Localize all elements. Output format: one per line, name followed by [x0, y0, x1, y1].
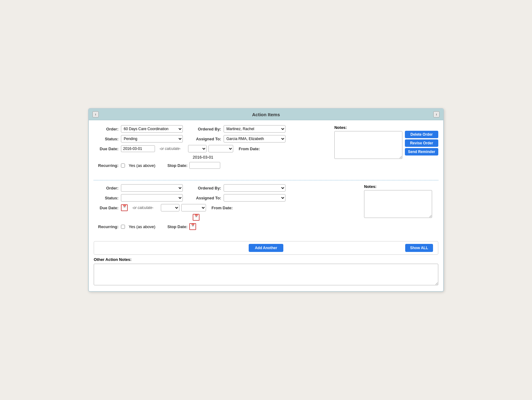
- yes-as-above-2: Yes (as above): [129, 224, 155, 229]
- notes-textarea-2[interactable]: [364, 190, 432, 218]
- from-date-select1-1[interactable]: [188, 145, 207, 152]
- from-date-calendar-icon-2[interactable]: 📅: [193, 214, 200, 221]
- recurring-label-2: Recurring:: [94, 224, 118, 229]
- assigned-to-label-2: Assigned To:: [190, 196, 221, 200]
- from-date-label-1: From Date:: [235, 147, 260, 151]
- order-select-2[interactable]: [121, 184, 183, 192]
- delete-order-button[interactable]: Delete Order: [405, 131, 438, 138]
- header-arrow-left[interactable]: ↑: [92, 111, 99, 117]
- stop-date-label-2: Stop Date:: [163, 224, 187, 229]
- due-date-calendar-icon-2[interactable]: 📅: [121, 204, 128, 211]
- from-date-value-1: 2016-03-01: [193, 155, 213, 160]
- send-reminder-button[interactable]: Send Reminder: [405, 148, 438, 155]
- recurring-checkbox-2[interactable]: [121, 225, 125, 229]
- order-row-2: Order: Ordered By:: [94, 184, 359, 192]
- due-date-row-2: Due Date: 📅 -or calculate- From Date:: [94, 204, 359, 211]
- due-date-label-1: Due Date:: [94, 147, 118, 151]
- order-select-1[interactable]: 60 Days Care Coordination: [121, 125, 183, 133]
- from-date-select2-2[interactable]: [181, 204, 206, 211]
- notes-area-2: Notes:: [364, 184, 438, 218]
- other-notes-section: Other Action Notes:: [94, 257, 438, 286]
- order-label-2: Order:: [94, 186, 118, 190]
- other-notes-label: Other Action Notes:: [94, 257, 438, 262]
- due-date-label-2: Due Date:: [94, 206, 118, 210]
- status-row-1: Status: Pending Assigned To: Garcia RMA,…: [94, 135, 329, 143]
- other-notes-textarea[interactable]: [94, 264, 438, 285]
- from-date-select1-2[interactable]: [161, 204, 179, 211]
- status-select-2[interactable]: [121, 194, 183, 202]
- notes-label-1: Notes:: [334, 125, 402, 130]
- panel-header: ↑ Action Items ↑: [89, 109, 443, 120]
- recurring-row-1: Recurring: Yes (as above) Stop Date:: [94, 162, 329, 169]
- ordered-by-select-2[interactable]: [224, 184, 285, 192]
- yes-as-above-1: Yes (as above): [129, 163, 155, 168]
- from-date-select2-1[interactable]: [208, 145, 233, 152]
- add-another-button[interactable]: Add Another: [249, 244, 283, 252]
- or-calc-1: -or calculate-: [159, 147, 181, 151]
- stop-date-calendar-icon-2[interactable]: 📅: [189, 223, 196, 230]
- bottom-bar: Add Another Show ALL: [94, 241, 438, 255]
- stop-date-label-1: Stop Date:: [163, 163, 187, 168]
- assigned-to-select-2[interactable]: [224, 194, 285, 202]
- order-label-1: Order:: [94, 127, 118, 131]
- assigned-to-label-1: Assigned To:: [190, 137, 221, 141]
- or-calc-2: -or calculate-: [132, 206, 153, 210]
- page-wrapper: ↑ Action Items ↑ Order: 60 Days Care Coo…: [80, 108, 452, 292]
- status-label-2: Status:: [94, 196, 118, 200]
- assigned-to-select-1[interactable]: Garcia RMA, Elizabeth: [224, 135, 285, 143]
- panel-body: Order: 60 Days Care Coordination Ordered…: [89, 120, 443, 291]
- action-item-1: Order: 60 Days Care Coordination Ordered…: [94, 125, 438, 176]
- notes-textarea-1[interactable]: [334, 131, 402, 159]
- status-select-1[interactable]: Pending: [121, 135, 183, 143]
- status-row-2: Status: Assigned To:: [94, 194, 359, 202]
- ordered-by-label-1: Ordered By:: [190, 127, 221, 131]
- notes-label-2: Notes:: [364, 184, 438, 189]
- recurring-row-2: Recurring: Yes (as above) Stop Date: 📅: [94, 223, 359, 230]
- due-date-input-1[interactable]: [121, 145, 155, 152]
- status-label-1: Status:: [94, 137, 118, 141]
- from-date-cal-row-2: 📅: [121, 214, 359, 221]
- show-all-button[interactable]: Show ALL: [405, 244, 433, 252]
- from-date-label-2: From Date:: [208, 206, 233, 210]
- action-item-2: Order: Ordered By: Status: Assigned To:: [94, 184, 438, 237]
- header-arrow-right[interactable]: ↑: [433, 111, 440, 117]
- panel-title: Action Items: [99, 112, 433, 117]
- recurring-checkbox-1[interactable]: [121, 164, 125, 168]
- notes-area-1: Notes:: [334, 125, 402, 159]
- recurring-label-1: Recurring:: [94, 163, 118, 168]
- from-date-val-row-1: 2016-03-01: [121, 155, 329, 160]
- action-items-panel: ↑ Action Items ↑ Order: 60 Days Care Coo…: [88, 108, 444, 292]
- due-date-row-1: Due Date: -or calculate- From Date:: [94, 145, 329, 152]
- section-divider: [94, 180, 438, 181]
- ordered-by-select-1[interactable]: Martinez, Rachel: [224, 125, 285, 133]
- stop-date-input-1[interactable]: [189, 162, 220, 169]
- order-row-1: Order: 60 Days Care Coordination Ordered…: [94, 125, 329, 133]
- revise-order-button[interactable]: Revise Order: [405, 139, 438, 147]
- ordered-by-label-2: Ordered By:: [190, 186, 221, 190]
